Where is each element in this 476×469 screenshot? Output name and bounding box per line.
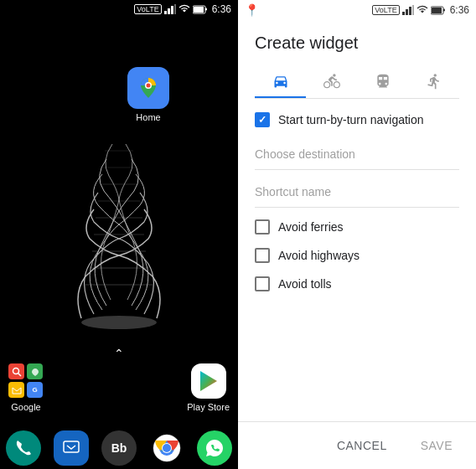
- create-widget-dialog: 📍 VoLTE 6:36 Create widget: [238, 0, 476, 469]
- google-search-icon: [8, 363, 24, 379]
- svg-point-26: [163, 444, 171, 452]
- dialog-title: Create widget: [255, 34, 459, 53]
- signal-icon-right: [402, 5, 414, 15]
- google-label: Google: [11, 402, 40, 412]
- up-arrow-icon[interactable]: ⌃: [114, 347, 124, 360]
- play-store-app[interactable]: Play Store: [187, 363, 230, 412]
- status-bar-left: VoLTE 6:36: [0, 0, 238, 18]
- navigation-option-label: Start turn-by-turn navigation: [278, 113, 424, 126]
- play-store-label: Play Store: [187, 402, 230, 412]
- svg-rect-27: [402, 12, 405, 15]
- car-icon: [272, 73, 289, 90]
- navigation-option[interactable]: Start turn-by-turn navigation: [255, 112, 459, 127]
- svg-rect-0: [164, 11, 167, 14]
- nav-bar-left: Bb: [0, 427, 238, 469]
- svg-marker-21: [200, 371, 217, 391]
- location-icon: 📍: [245, 3, 259, 17]
- signal-icon: [164, 4, 176, 14]
- svg-rect-33: [443, 9, 445, 12]
- svg-rect-28: [406, 9, 408, 15]
- google-mini-icons: G: [8, 363, 44, 399]
- google-blue-icon: G: [27, 382, 43, 398]
- chrome-nav-icon[interactable]: [149, 430, 184, 466]
- tab-walk[interactable]: [408, 66, 459, 98]
- svg-rect-22: [64, 441, 79, 452]
- google-maps-mini-icon: [27, 363, 43, 379]
- gmail-icon: [8, 382, 24, 398]
- dialog-footer: CANCEL SAVE: [238, 421, 476, 469]
- battery-icon: [193, 4, 208, 14]
- svg-point-8: [147, 84, 151, 88]
- bottom-apps-row: G Google: [0, 363, 238, 412]
- bike-icon: [323, 73, 340, 90]
- tab-bike[interactable]: [306, 66, 357, 98]
- avoid-highways-option[interactable]: Avoid highways: [255, 248, 459, 263]
- svg-rect-32: [432, 8, 442, 13]
- walk-icon: [426, 73, 442, 90]
- svg-rect-1: [168, 8, 170, 14]
- svg-rect-2: [171, 6, 173, 14]
- svg-rect-3: [174, 4, 176, 14]
- bb-nav-icon[interactable]: Bb: [101, 430, 137, 466]
- bottom-dock: ⌃ G Google: [0, 347, 238, 419]
- avoid-highways-label: Avoid highways: [278, 249, 360, 262]
- avoid-tolls-option[interactable]: Avoid tolls: [255, 276, 459, 291]
- svg-rect-6: [205, 8, 207, 11]
- home-screen: VoLTE 6:36: [0, 0, 238, 469]
- navigation-checkbox[interactable]: [255, 112, 270, 127]
- svg-point-9: [81, 316, 157, 329]
- transit-icon: [375, 73, 391, 90]
- volte-icon: VoLTE: [134, 4, 161, 14]
- avoid-tolls-label: Avoid tolls: [278, 277, 332, 291]
- svg-rect-5: [194, 7, 204, 13]
- avoid-ferries-label: Avoid ferries: [278, 220, 344, 234]
- time-display-left: 6:36: [212, 3, 231, 15]
- messages-nav-icon[interactable]: [54, 430, 89, 466]
- svg-rect-30: [412, 5, 414, 15]
- tab-car[interactable]: [255, 66, 306, 98]
- cancel-button[interactable]: CANCEL: [327, 432, 397, 459]
- status-bar-right: 📍 VoLTE 6:36: [238, 0, 476, 20]
- play-store-icon: [191, 363, 226, 399]
- shortcut-input[interactable]: [255, 177, 459, 208]
- phone-nav-icon[interactable]: [6, 430, 41, 466]
- status-icons-left: VoLTE 6:36: [134, 3, 231, 15]
- svg-rect-29: [409, 7, 411, 15]
- wifi-icon: [178, 4, 190, 14]
- avoid-tolls-checkbox[interactable]: [255, 276, 270, 291]
- avoid-highways-checkbox[interactable]: [255, 248, 270, 263]
- whatsapp-nav-icon[interactable]: [197, 430, 232, 466]
- time-display-right: 6:36: [450, 4, 469, 16]
- transport-tabs: [255, 66, 459, 99]
- svg-point-19: [13, 368, 18, 374]
- volte-icon-right: VoLTE: [372, 5, 399, 15]
- spiral-artwork: [60, 100, 178, 335]
- destination-input[interactable]: [255, 139, 459, 170]
- save-button[interactable]: SAVE: [411, 432, 463, 459]
- dialog-content: Create widget: [238, 20, 476, 421]
- avoid-ferries-checkbox[interactable]: [255, 219, 270, 234]
- tab-transit[interactable]: [357, 66, 408, 98]
- status-icons-right: VoLTE 6:36: [372, 4, 469, 16]
- wifi-icon-right: [416, 5, 428, 15]
- battery-icon-right: [431, 5, 446, 15]
- svg-line-20: [18, 373, 21, 376]
- google-app-group[interactable]: G Google: [8, 363, 44, 412]
- avoid-ferries-option[interactable]: Avoid ferries: [255, 219, 459, 234]
